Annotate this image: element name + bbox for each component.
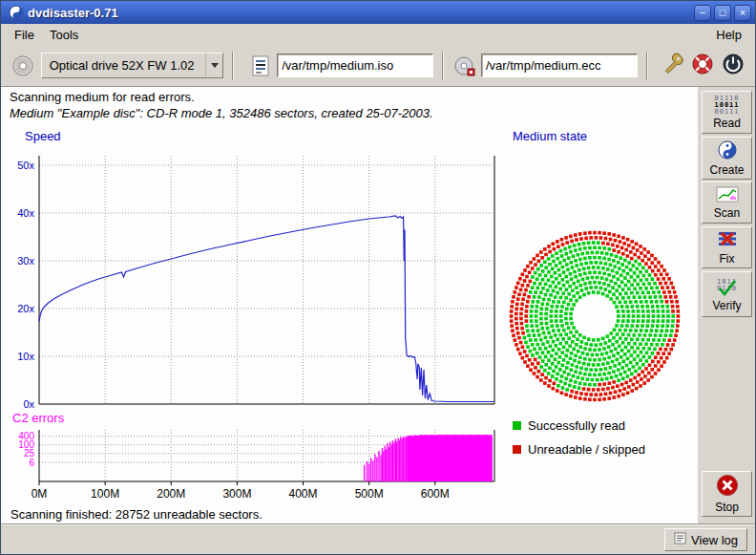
chevron-down-icon[interactable] [205,53,222,77]
stop-button-label: Stop [715,501,739,514]
ecc-file-icon [452,53,477,78]
titlebar: dvdisaster-0.71 − □ × [1,1,755,24]
toolbar: Optical drive 52X FW 1.02 [1,45,755,87]
view-log-button[interactable]: View log [664,528,747,551]
minimize-button[interactable]: − [694,5,711,21]
legend-label: Successfully read [528,418,625,433]
svg-text:400M: 400M [289,487,318,501]
svg-text:300M: 300M [222,487,251,501]
create-button-label: Create [709,163,744,177]
medium-state-disc [497,216,692,411]
svg-text:500M: 500M [355,487,384,501]
main-panel: Scanning medium for read errors. Medium … [1,87,698,525]
speed-chart-title: Speed [25,129,61,143]
menu-tools[interactable]: Tools [42,26,86,44]
legend-item-read: Successfully read [513,418,625,433]
menu-file[interactable]: File [7,26,42,44]
toolbar-separator [442,52,444,80]
read-button-label: Read [713,117,741,130]
svg-text:200M: 200M [157,487,185,501]
iso-path-field[interactable] [277,53,433,77]
close-button[interactable]: × [734,5,751,21]
app-icon [9,5,24,20]
svg-text:0x: 0x [23,398,34,410]
fix-puzzle-icon [718,229,737,251]
scan-button-label: Scan [714,206,740,220]
quit-button[interactable] [719,52,747,80]
ecc-path-field[interactable] [481,53,638,77]
c2-errors-chart: 6251004000M100M200M300M400M500M600M [9,424,505,502]
toolbar-separator [232,52,234,80]
scan-result-line: Scanning finished: 28752 unreadable sect… [10,507,262,522]
fix-button[interactable]: Fix [702,226,752,268]
help-button[interactable] [689,52,718,80]
stop-button[interactable]: Stop [702,471,752,517]
drive-icon [10,53,35,78]
view-log-label: View log [691,533,738,547]
svg-text:100M: 100M [91,487,119,501]
read-button[interactable]: 01110 10011 00111 Read [702,91,752,134]
drive-selector-value: Optical drive 52X FW 1.02 [50,58,206,73]
speed-chart: 0x10x20x30x40x50x [9,142,505,419]
preferences-button[interactable] [659,52,687,80]
verify-button-label: Verify [712,299,741,312]
toolbar-separator [646,52,648,80]
legend-item-unreadable: Unreadable / skipped [513,442,645,457]
medium-state-title: Medium state [513,129,587,143]
menubar: File Tools Help [1,24,755,45]
fix-button-label: Fix [720,252,735,266]
lifebuoy-icon [691,53,714,78]
red-swatch-icon [513,445,521,454]
svg-text:50x: 50x [17,160,34,171]
statusbar: View log [1,523,755,554]
stop-icon [716,474,739,500]
window-title: dvdisaster-0.71 [28,6,691,20]
log-icon [674,532,686,547]
create-button[interactable]: Create [702,137,752,180]
medium-info-line: Medium "Example disc": CD-R mode 1, 3524… [10,106,433,120]
binary-read-icon: 01110 10011 00111 [714,96,739,116]
svg-text:600M: 600M [421,487,450,501]
scan-button[interactable]: Scan [702,181,752,224]
dvdisaster-window: dvdisaster-0.71 − □ × File Tools Help Op… [0,0,756,555]
verify-button[interactable]: 1011 0110 Verify [702,271,752,317]
iso-image-icon [248,53,273,78]
yin-yang-icon [718,140,737,162]
drive-selector[interactable]: Optical drive 52X FW 1.02 [41,53,224,78]
menu-help[interactable]: Help [708,26,749,44]
svg-text:400: 400 [18,431,34,441]
verify-check-icon: 1011 0110 [715,277,740,298]
svg-text:20x: 20x [17,303,34,314]
scan-chart-icon [716,186,739,205]
svg-text:0M: 0M [32,487,48,501]
green-swatch-icon [513,421,521,430]
status-line: Scanning medium for read errors. [10,90,195,104]
maximize-button[interactable]: □ [714,5,731,21]
svg-text:30x: 30x [17,255,34,267]
action-sidebar: 01110 10011 00111 Read Create [698,87,756,525]
svg-text:10x: 10x [17,351,34,362]
power-icon [722,53,745,78]
svg-text:40x: 40x [17,207,34,219]
wrench-icon [661,52,685,79]
legend-label: Unreadable / skipped [528,442,645,457]
